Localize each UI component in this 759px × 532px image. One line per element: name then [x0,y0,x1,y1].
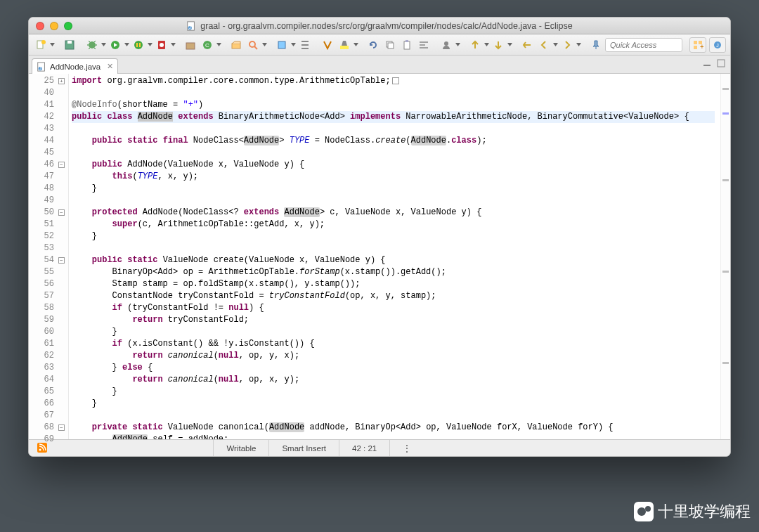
svg-rect-11 [139,43,141,47]
next-annotation-button[interactable] [491,37,506,53]
svg-rect-10 [136,43,138,47]
watermark: 十里坡学编程 [634,501,751,522]
new-package-button[interactable] [183,37,198,53]
svg-text:+: + [700,43,703,51]
window-title: J graal - org.graalvm.compiler.nodes/src… [29,21,730,31]
svg-rect-20 [340,46,349,49]
status-cursor-position: 42 : 21 [339,440,389,456]
wechat-icon [634,502,654,521]
svg-rect-24 [406,40,408,42]
open-type-button[interactable] [228,37,244,53]
svg-rect-26 [694,41,697,44]
svg-text:J: J [39,66,41,70]
new-class-button[interactable]: C [200,37,215,53]
svg-rect-0 [188,21,195,30]
titlebar: J graal - org.graalvm.compiler.nodes/src… [29,18,730,34]
wrap-button[interactable] [416,37,432,53]
window-controls [29,22,72,30]
window-title-text: graal - org.graalvm.compiler.nodes/src/o… [200,21,572,31]
svg-text:J: J [716,43,719,48]
highlight-button[interactable] [337,37,352,53]
status-menu[interactable]: ⋮ [389,440,417,456]
svg-text:C: C [205,42,209,48]
svg-rect-23 [404,41,410,49]
svg-rect-6 [67,41,72,44]
next-dropdown[interactable] [507,37,512,53]
open-task-button[interactable] [274,37,290,53]
user-dropdown[interactable] [455,37,460,53]
debug-dropdown[interactable] [101,37,106,53]
coverage-dropdown[interactable] [148,37,153,53]
svg-point-13 [160,43,164,47]
svg-point-7 [89,41,96,48]
back-dropdown[interactable] [553,37,558,53]
fold-column[interactable]: +−−−− [58,74,68,439]
quick-access-input[interactable] [605,38,682,52]
line-number-column: 2540414243444546474849505152535455565758… [39,74,58,439]
maximize-window-button[interactable] [64,22,72,30]
toggle-breadcrumb-button[interactable] [297,37,313,53]
external-tools-button[interactable] [154,37,169,53]
tab-label: AddNode.java [50,63,100,71]
user-button[interactable] [439,37,454,53]
new-button[interactable] [33,37,48,53]
new-dropdown[interactable] [50,37,55,53]
toggle-mark-button[interactable] [320,37,335,53]
marker-column [29,74,39,439]
open-task-dropdown[interactable] [291,37,296,53]
status-insert-mode: Smart Insert [268,440,339,456]
maximize-view-icon[interactable] [716,58,726,68]
debug-button[interactable] [84,37,100,53]
paste-button[interactable] [399,37,415,53]
java-perspective-button[interactable]: J [709,37,726,53]
open-perspective-button[interactable]: + [689,37,706,53]
refresh-button[interactable] [365,37,381,53]
java-file-icon: J [37,62,46,72]
statusbar: Writable Smart Insert 42 : 21 ⋮ [29,439,730,456]
new-class-dropdown[interactable] [216,37,221,53]
copy-button[interactable] [382,37,398,53]
forward-dropdown[interactable] [576,37,581,53]
main-toolbar: C + J [29,34,730,56]
editor-tabstrip: J AddNode.java ✕ [29,56,730,74]
coverage-button[interactable] [131,37,146,53]
run-dropdown[interactable] [124,37,129,53]
highlight-dropdown[interactable] [353,37,358,53]
tab-controls [702,58,726,68]
java-file-icon: J [186,21,196,31]
svg-rect-35 [703,65,711,66]
svg-point-38 [39,448,41,450]
external-tools-dropdown[interactable] [171,37,176,53]
search-button[interactable] [245,37,261,53]
svg-rect-22 [388,43,394,48]
prev-annotation-button[interactable] [467,37,483,53]
perspective-switcher: + J [689,37,726,53]
search-dropdown[interactable] [262,37,267,53]
overview-ruler[interactable] [720,74,730,439]
code-editor[interactable]: 2540414243444546474849505152535455565758… [29,74,730,439]
svg-point-18 [249,41,255,47]
svg-rect-36 [718,60,725,67]
close-window-button[interactable] [36,22,44,30]
svg-text:J: J [189,25,191,30]
editor-tab-addnode[interactable]: J AddNode.java ✕ [32,58,118,74]
code-area[interactable]: import org.graalvm.compiler.core.common.… [69,74,720,439]
run-button[interactable] [108,37,123,53]
svg-rect-14 [186,43,195,49]
save-button[interactable] [62,37,77,53]
svg-point-9 [134,41,143,49]
minimize-view-icon[interactable] [702,58,712,68]
svg-rect-17 [232,44,240,48]
pin-button[interactable] [588,37,604,53]
last-edit-button[interactable] [519,37,535,53]
svg-point-4 [41,40,46,44]
status-writable: Writable [213,440,268,456]
prev-dropdown[interactable] [484,37,489,53]
forward-button[interactable] [559,37,575,53]
minimize-window-button[interactable] [50,22,58,30]
tab-close-icon[interactable]: ✕ [107,62,113,71]
eclipse-window: J graal - org.graalvm.compiler.nodes/src… [28,17,731,457]
watermark-text: 十里坡学编程 [658,501,751,522]
svg-point-1 [188,26,192,30]
back-button[interactable] [536,37,552,53]
